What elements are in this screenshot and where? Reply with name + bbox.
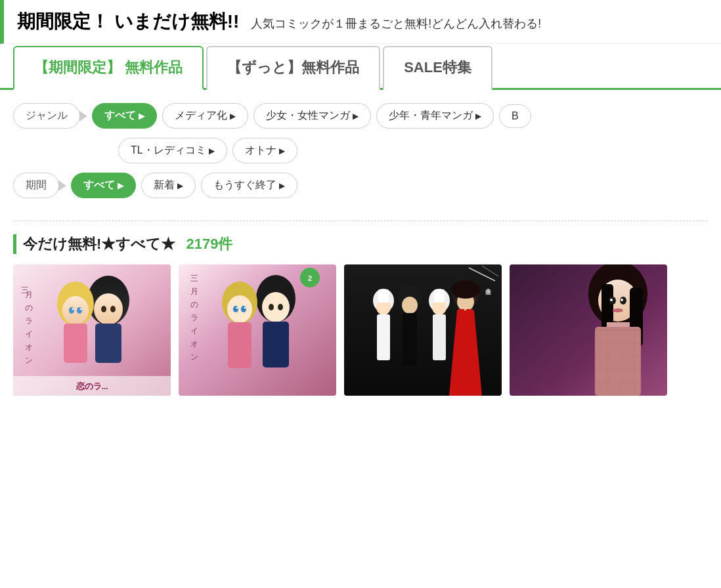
svg-point-39	[236, 307, 238, 309]
svg-point-11	[110, 306, 116, 312]
svg-point-37	[233, 306, 238, 312]
svg-point-40	[244, 307, 246, 309]
tab-limited[interactable]: 【期間限定】 無料作品	[13, 46, 204, 90]
genre-btn-tl[interactable]: TL・レディコミ ▶	[118, 138, 227, 163]
svg-rect-75	[607, 322, 630, 327]
svg-point-14	[62, 296, 89, 325]
arrow-icon: ▶	[209, 146, 215, 156]
books-grid: 三 月 の ラ イ オ ン	[13, 264, 708, 396]
genre-label: ジャンル	[13, 103, 80, 129]
svg-text:恋のラ...: 恋のラ...	[76, 381, 108, 391]
svg-text:三: 三	[190, 274, 198, 283]
genre-btn-shojo[interactable]: 少女・女性マンガ ▶	[253, 103, 371, 129]
svg-text:の: の	[25, 303, 33, 312]
svg-rect-55	[434, 289, 445, 303]
arrow-icon: ▶	[139, 112, 144, 121]
period-label-wrapper: 期間	[13, 173, 59, 198]
genre-filter-row-1: ジャンル すべて ▶ メディア化 ▶ 少女・女性マンガ ▶ 少年・青年マンガ ▶…	[13, 103, 708, 129]
svg-point-17	[72, 308, 74, 310]
arrow-icon: ▶	[118, 181, 123, 190]
genre-btn-shonen[interactable]: 少年・青年マンガ ▶	[376, 103, 494, 129]
svg-point-73	[621, 299, 623, 301]
period-btn-all[interactable]: すべて ▶	[71, 173, 136, 198]
arrow-icon: ▶	[353, 112, 359, 121]
svg-text:月: 月	[25, 290, 33, 299]
svg-text:ン: ン	[190, 352, 198, 362]
genre-label-wrapper: ジャンル	[13, 103, 80, 129]
divider	[13, 220, 708, 221]
tab-always[interactable]: 【ずっと】無料作品	[206, 46, 380, 90]
svg-text:イ: イ	[25, 329, 33, 339]
svg-text:の: の	[190, 300, 198, 309]
svg-point-38	[241, 306, 246, 312]
banner-sub-text: 人気コミックが１冊まるごと無料!どんどん入れ替わる!	[251, 17, 541, 30]
arrow-icon: ▶	[177, 181, 183, 190]
genre-btn-media[interactable]: メディア化 ▶	[162, 103, 248, 129]
results-section: 今だけ無料!★すべて★ 2179件	[0, 234, 721, 396]
period-btn-new[interactable]: 新着 ▶	[141, 173, 196, 198]
results-title: 今だけ無料!★すべて★	[23, 236, 175, 252]
svg-point-15	[69, 307, 74, 314]
svg-point-9	[94, 293, 123, 325]
banner: 期間限定！ いまだけ無料!! 人気コミックが１冊まるごと無料!どんどん入れ替わる…	[0, 0, 721, 44]
svg-rect-61	[466, 309, 473, 319]
svg-rect-34	[263, 322, 289, 368]
period-btn-ending[interactable]: もうすぐ終了 ▶	[201, 173, 297, 198]
banner-main-text: 期間限定！ いまだけ無料!!	[17, 11, 239, 32]
tabs-container: 【期間限定】 無料作品 【ずっと】無料作品 SALE特集	[0, 44, 721, 90]
svg-text:ン: ン	[25, 356, 33, 365]
period-label: 期間	[13, 173, 59, 198]
genre-btn-bl[interactable]: B	[499, 104, 531, 128]
period-filter-row: 期間 すべて ▶ 新着 ▶ もうすぐ終了 ▶	[13, 173, 708, 198]
svg-text:オ: オ	[25, 343, 33, 352]
svg-text:ラ: ラ	[190, 313, 198, 322]
book-3[interactable]: 佐々木倫子	[344, 264, 502, 396]
arrow-icon: ▶	[279, 146, 285, 156]
svg-point-18	[80, 308, 82, 310]
svg-rect-60	[458, 309, 464, 319]
results-count: 2179件	[186, 236, 232, 252]
svg-point-36	[227, 295, 252, 323]
svg-text:月: 月	[190, 287, 198, 296]
svg-rect-12	[95, 324, 121, 363]
svg-rect-54	[433, 314, 446, 360]
svg-point-74	[613, 308, 623, 312]
svg-point-32	[269, 304, 274, 310]
svg-text:2: 2	[308, 274, 312, 282]
genre-btn-all[interactable]: すべて ▶	[92, 103, 157, 129]
arrow-icon: ▶	[279, 181, 285, 190]
book-1[interactable]: 三 月 の ラ イ オ ン	[13, 264, 171, 396]
svg-point-33	[278, 304, 283, 310]
arrow-icon: ▶	[475, 112, 481, 121]
book-2[interactable]: 三 月 の ラ イ オ ン	[179, 264, 336, 396]
svg-rect-48	[378, 289, 389, 303]
svg-point-31	[262, 292, 290, 322]
svg-rect-41	[228, 322, 251, 368]
svg-point-50	[402, 297, 418, 314]
svg-point-58	[451, 280, 480, 299]
svg-text:ラ: ラ	[25, 316, 33, 326]
book-4[interactable]	[510, 264, 667, 396]
arrow-icon: ▶	[230, 112, 236, 121]
svg-text:イ: イ	[190, 326, 198, 335]
tab-sale[interactable]: SALE特集	[383, 46, 492, 90]
svg-text:オ: オ	[190, 339, 198, 348]
results-header: 今だけ無料!★すべて★ 2179件	[13, 234, 708, 254]
genre-btn-otona[interactable]: オトナ ▶	[232, 138, 297, 163]
filters-section: ジャンル すべて ▶ メディア化 ▶ 少女・女性マンガ ▶ 少年・青年マンガ ▶…	[0, 90, 721, 214]
genre-filter-row-2: TL・レディコミ ▶ オトナ ▶	[118, 138, 708, 163]
svg-rect-47	[377, 314, 390, 360]
svg-rect-19	[64, 324, 87, 363]
svg-point-16	[77, 307, 82, 314]
svg-point-72	[610, 299, 613, 301]
svg-point-10	[101, 306, 106, 312]
svg-rect-51	[403, 313, 417, 366]
svg-rect-76	[595, 327, 641, 396]
